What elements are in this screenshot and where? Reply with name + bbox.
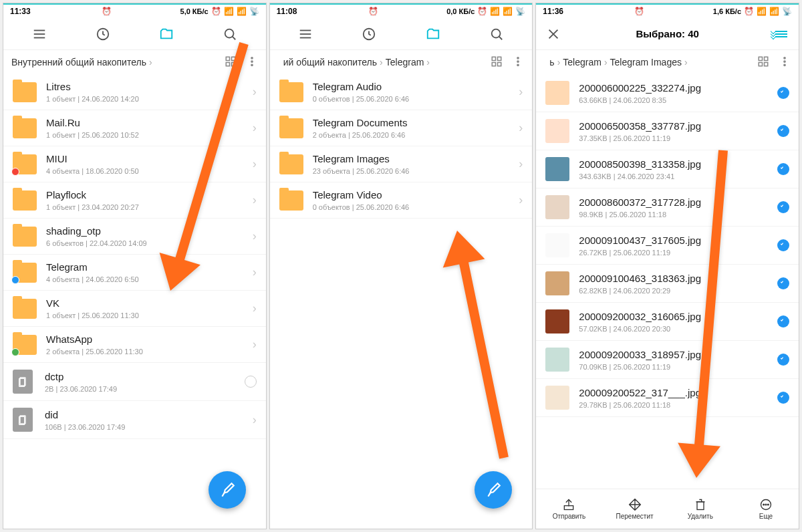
- selection-checkbox[interactable]: [777, 392, 789, 404]
- wifi-icon: 📡: [782, 7, 792, 16]
- image-thumbnail: [545, 195, 569, 219]
- chevron-right-icon: ›: [253, 265, 257, 279]
- list-item[interactable]: Telegram 4 объекта | 24.06.2020 6:50 ›: [3, 255, 266, 291]
- selection-checkbox[interactable]: [777, 201, 789, 213]
- folder-icon: [13, 82, 37, 102]
- select-all-button[interactable]: [768, 21, 795, 47]
- close-selection-button[interactable]: [540, 21, 567, 47]
- selection-checkbox[interactable]: [777, 87, 789, 99]
- list-item[interactable]: dctp 2B | 23.06.2020 17:49: [3, 363, 266, 401]
- chevron-right-icon: ›: [253, 85, 257, 99]
- svg-rect-9: [231, 62, 235, 65]
- image-thumbnail: [545, 233, 569, 257]
- svg-rect-7: [231, 57, 235, 60]
- selection-checkbox[interactable]: [777, 125, 789, 137]
- search-button[interactable]: [483, 21, 510, 47]
- list-item[interactable]: Telegram Documents 2 объекта | 25.06.202…: [270, 110, 533, 146]
- recent-button[interactable]: [356, 21, 382, 47]
- svg-rect-36: [759, 62, 762, 65]
- item-name: Litres: [46, 81, 253, 92]
- list-item[interactable]: 200009200033_318957.jpg 70.09KB | 25.06.…: [536, 341, 799, 379]
- clean-fab[interactable]: [209, 471, 246, 509]
- clean-fab[interactable]: [475, 471, 512, 509]
- overflow-menu-button[interactable]: [246, 55, 258, 70]
- overflow-menu-button[interactable]: [512, 55, 524, 70]
- list-item[interactable]: 200008500398_313358.jpg 343.63KB | 24.06…: [536, 150, 799, 188]
- item-name: 200009200032_316065.jpg: [579, 311, 777, 322]
- item-meta: 98.9KB | 25.06.2020 11:18: [579, 211, 777, 219]
- selection-checkbox[interactable]: [777, 315, 789, 327]
- list-item[interactable]: Telegram Images 23 объекта | 25.06.2020 …: [270, 146, 533, 182]
- files-tab[interactable]: [153, 21, 180, 47]
- list-item[interactable]: Litres 1 объект | 24.06.2020 14:20 ›: [3, 74, 266, 110]
- list-item[interactable]: 200006000225_332274.jpg 63.66KB | 24.06.…: [536, 74, 799, 112]
- list-item[interactable]: WhatsApp 2 объекта | 25.06.2020 11:30 ›: [3, 327, 266, 363]
- selection-count: Выбрано: 40: [567, 28, 768, 39]
- svg-line-23: [499, 36, 502, 39]
- list-item[interactable]: 200009100463_318363.jpg 62.82KB | 24.06.…: [536, 265, 799, 303]
- alarm-icon: ⏰: [102, 7, 112, 16]
- chevron-right-icon: ›: [149, 57, 152, 68]
- list-item[interactable]: Telegram Video 0 объектов | 25.06.2020 6…: [270, 182, 533, 219]
- recent-button[interactable]: [90, 21, 116, 47]
- selection-radio[interactable]: [245, 376, 257, 388]
- chevron-right-icon: ›: [253, 413, 257, 427]
- list-item[interactable]: 200006500358_337787.jpg 37.35KB | 25.06.…: [536, 112, 799, 150]
- svg-rect-35: [765, 57, 768, 60]
- search-button[interactable]: [217, 21, 243, 47]
- item-meta: 1 объект | 24.06.2020 14:20: [46, 95, 253, 103]
- breadcrumb-segment[interactable]: ий общий накопитель: [283, 57, 377, 68]
- svg-rect-37: [765, 62, 768, 65]
- selection-checkbox[interactable]: [777, 354, 789, 366]
- item-name: Telegram Images: [313, 153, 519, 164]
- files-tab[interactable]: [420, 21, 446, 47]
- share-action[interactable]: Отправить: [536, 489, 602, 529]
- svg-point-22: [491, 29, 500, 37]
- folder-badge: [11, 168, 19, 176]
- menu-button[interactable]: [292, 21, 319, 47]
- item-name: Playflock: [46, 189, 253, 201]
- svg-rect-8: [226, 62, 229, 65]
- selection-checkbox[interactable]: [777, 239, 789, 251]
- svg-rect-26: [493, 62, 496, 65]
- list-item[interactable]: did 106B | 23.06.2020 17:49 ›: [3, 401, 266, 439]
- list-item[interactable]: MIUI 4 объекта | 18.06.2020 0:50 ›: [3, 146, 266, 182]
- chevron-right-icon: ›: [253, 157, 257, 171]
- selection-checkbox[interactable]: [777, 277, 789, 289]
- breadcrumb-segment[interactable]: Внутренний общий накопитель: [11, 57, 146, 68]
- view-grid-button[interactable]: [225, 55, 237, 70]
- breadcrumb-segment[interactable]: Telegram Images: [610, 57, 682, 68]
- signal-icon: 📶: [490, 7, 500, 16]
- item-name: MIUI: [46, 153, 253, 164]
- overflow-menu-button[interactable]: [779, 55, 791, 70]
- breadcrumb: Внутренний общий накопитель›: [3, 50, 266, 74]
- selection-checkbox[interactable]: [777, 163, 789, 175]
- list-item[interactable]: 200009200522_317___.jpg 29.78KB | 25.06.…: [536, 379, 799, 417]
- list-item[interactable]: Telegram Audio 0 объектов | 25.06.2020 6…: [270, 74, 533, 110]
- list-item[interactable]: Mail.Ru 1 объект | 25.06.2020 10:52 ›: [3, 110, 266, 146]
- delete-action[interactable]: Удалить: [668, 489, 733, 529]
- breadcrumb-segment[interactable]: Telegram: [563, 57, 602, 68]
- svg-point-44: [763, 504, 765, 505]
- move-action[interactable]: Переместит: [602, 489, 668, 529]
- signal-icon: 📶: [237, 7, 247, 16]
- chevron-right-icon: ›: [253, 338, 257, 352]
- list-item[interactable]: Playflock 1 объект | 23.04.2020 20:27 ›: [3, 182, 266, 219]
- list-item[interactable]: shading_otp 6 объектов | 22.04.2020 14:0…: [3, 219, 266, 255]
- view-grid-button[interactable]: [757, 55, 769, 70]
- item-name: VK: [46, 297, 253, 309]
- breadcrumb-segment[interactable]: Telegram: [386, 57, 424, 68]
- svg-point-11: [251, 60, 253, 61]
- breadcrumb-segment[interactable]: ь: [549, 57, 554, 68]
- view-grid-button[interactable]: [491, 55, 503, 70]
- more-action[interactable]: Еще: [733, 489, 799, 529]
- menu-button[interactable]: [26, 21, 53, 47]
- list-item[interactable]: 200009200032_316065.jpg 57.02KB | 24.06.…: [536, 303, 799, 341]
- list-item[interactable]: 200008600372_317728.jpg 98.9KB | 25.06.2…: [536, 188, 799, 227]
- list-item[interactable]: VK 1 объект | 25.06.2020 11:30 ›: [3, 291, 266, 327]
- folder-badge: [11, 348, 19, 356]
- chevron-right-icon: ›: [253, 121, 257, 135]
- folder-icon: [279, 190, 303, 211]
- list-item[interactable]: 200009100437_317605.jpg 26.72KB | 25.06.…: [536, 227, 799, 265]
- folder-icon: [13, 154, 37, 174]
